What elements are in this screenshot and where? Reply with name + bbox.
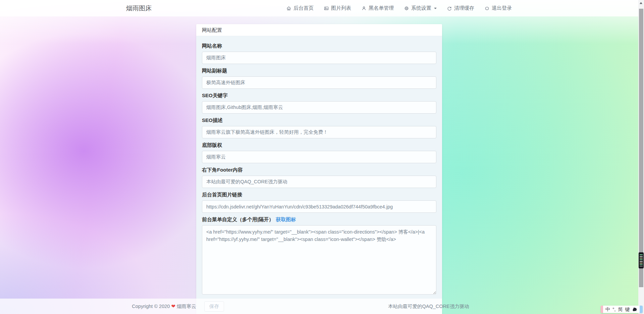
frontend-menu-label: 前台菜单自定义（多个用|隔开） [202,216,274,223]
image-icon [324,6,329,11]
heart-icon: ❤ [171,303,175,309]
ime-punctuation[interactable]: °, [612,306,616,313]
form-group-site-name: 网站名称 [202,43,436,64]
ime-logo-icon[interactable] [632,307,637,312]
site-config-panel: 网站配置 网站名称 网站副标题 SEO关键字 SEO描述 底部版权 右下角Foo… [196,24,442,314]
chevron-down-icon [434,8,437,9]
site-name-label: 网站名称 [202,43,222,49]
copyright-prefix: Copyright © 2020 [132,304,170,309]
nav-item-blacklist[interactable]: 黑名单管理 [361,5,394,11]
footer-copyright-field[interactable] [202,151,436,163]
ime-status-bar[interactable]: 中 °, 简 键 [601,306,643,313]
nav-item-clear-cache[interactable]: 清理缓存 [447,5,474,11]
nav-item-image-list[interactable]: 图片列表 [324,5,351,11]
nav-item-label: 系统设置 [411,5,431,11]
footer-powered-text: 本站由最可爱的QAQ_CORE强力驱动 [388,299,469,314]
nav-item-system-settings[interactable]: 系统设置 [404,5,437,11]
scrollbar-up-arrow-icon[interactable] [640,2,642,4]
panel-title: 网站配置 [196,24,442,36]
form-group-footer-right: 右下角Footer内容 [202,167,436,188]
nav-item-label: 清理缓存 [454,5,474,11]
admin-home-image-label: 后台首页图片链接 [202,192,242,198]
top-navbar: 烟雨图床 后台首页 图片列表 [0,0,638,16]
admin-home-image-field[interactable] [202,200,436,213]
floating-widget[interactable] [639,252,644,268]
seo-keywords-field[interactable] [202,101,436,114]
copyright-name: 烟雨寒云 [177,304,196,309]
footer-right-label: 右下角Footer内容 [202,167,243,173]
home-icon [286,6,291,11]
form-group-site-subtitle: 网站副标题 [202,68,436,89]
ime-soft-keyboard[interactable]: 键 [625,306,630,313]
site-name-field[interactable] [202,52,436,64]
frontend-menu-textarea[interactable]: <a href="https://www.yyhy.me/" target="_… [202,225,436,295]
footer-right-content-field[interactable] [202,176,436,188]
scrollbar-thumb[interactable] [639,9,643,287]
panel-body: 网站名称 网站副标题 SEO关键字 SEO描述 底部版权 右下角Footer内容… [196,36,442,295]
navbar-container: 烟雨图床 后台首页 图片列表 [126,0,512,16]
form-group-footer-copyright: 底部版权 [202,142,436,163]
footer-copyright-text: Copyright © 2020 ❤ 烟雨寒云 [0,299,196,314]
save-button[interactable]: 保存 [204,301,224,312]
ime-simplified[interactable]: 简 [618,306,623,313]
user-icon [361,6,367,11]
nav-item-label: 黑名单管理 [369,5,394,11]
form-group-frontend-menu: 前台菜单自定义（多个用|隔开） 获取图标 <a href="https://ww… [202,216,436,295]
form-group-seo-keywords: SEO关键字 [202,92,436,114]
nav-menu: 后台首页 图片列表 黑名单管理 [286,5,512,11]
seo-description-label: SEO描述 [202,117,223,123]
power-icon [484,6,490,11]
gear-icon [404,6,409,11]
nav-item-label: 退出登录 [492,5,512,11]
ime-left-cap [601,306,603,313]
floating-widget-stripes [640,254,643,266]
ime-body: 中 °, 简 键 [603,306,640,313]
seo-keywords-label: SEO关键字 [202,92,228,99]
brand-title: 烟雨图床 [126,4,152,13]
footer-copyright-label: 底部版权 [202,142,222,148]
get-icons-link[interactable]: 获取图标 [276,216,296,223]
site-subtitle-label: 网站副标题 [202,68,227,74]
nav-item-label: 后台首页 [293,5,314,11]
site-subtitle-field[interactable] [202,76,436,89]
form-group-admin-home-image: 后台首页图片链接 [202,192,436,213]
refresh-icon [447,6,452,11]
nav-item-admin-home[interactable]: 后台首页 [286,5,314,11]
ime-right-cap [640,306,643,313]
nav-item-label: 图片列表 [331,5,351,11]
seo-description-field[interactable] [202,126,436,138]
nav-item-logout[interactable]: 退出登录 [484,5,512,11]
ime-mode-chinese[interactable]: 中 [605,306,610,313]
form-group-seo-description: SEO描述 [202,117,436,138]
